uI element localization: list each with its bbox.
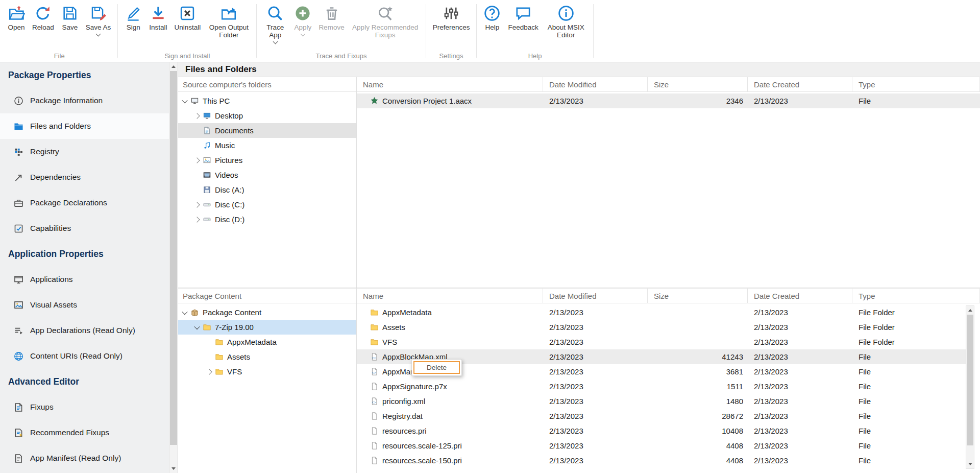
- tree-item-disc-d[interactable]: Disc (D:): [178, 212, 356, 227]
- sidebar-item-recommended-fixups[interactable]: Recommended Fixups: [0, 420, 169, 445]
- scrollbar-track[interactable]: [169, 71, 178, 464]
- tree-item-desktop[interactable]: Desktop: [178, 108, 356, 123]
- tree-item-disc-c[interactable]: Disc (C:): [178, 197, 356, 212]
- tree-item-7-zip-19-00[interactable]: 7-Zip 19.00: [178, 320, 356, 335]
- file-row-conversion-project-1-aacx[interactable]: Conversion Project 1.aacx2/13/202323462/…: [357, 93, 980, 108]
- tree-item-videos[interactable]: Videos: [178, 168, 356, 182]
- delete-menu-item[interactable]: Delete: [413, 361, 460, 374]
- file-row-registry-dat[interactable]: Registry.dat2/13/2023286722/13/2023File: [357, 409, 966, 423]
- save-as-button[interactable]: Save As: [82, 0, 115, 36]
- column-header-date-modified[interactable]: Date Modified: [543, 77, 648, 91]
- column-header-date-created[interactable]: Date Created: [748, 289, 852, 303]
- preferences-button[interactable]: Preferences: [429, 0, 474, 31]
- package-list-scrollbar[interactable]: [966, 305, 974, 469]
- tree-item-appxmetadata[interactable]: AppxMetadata: [178, 335, 356, 349]
- trace-app-button[interactable]: Trace App: [260, 0, 290, 43]
- cell-type: File: [852, 427, 966, 435]
- tree-item-label: 7-Zip 19.00: [215, 323, 254, 332]
- tree-item-disc-a[interactable]: Disc (A:): [178, 182, 356, 197]
- column-header-name[interactable]: Name: [357, 77, 543, 91]
- column-header-date-created[interactable]: Date Created: [748, 77, 852, 91]
- sidebar-item-content-uris-read-only[interactable]: Content URIs (Read Only): [0, 343, 169, 369]
- save-button[interactable]: Save: [58, 0, 82, 31]
- file-name: Registry.dat: [382, 412, 423, 420]
- sidebar-item-app-declarations-read-only[interactable]: App Declarations (Read Only): [0, 318, 169, 343]
- help-button[interactable]: Help: [480, 0, 504, 31]
- cell-type: File: [852, 397, 966, 406]
- file-row-vfs[interactable]: VFS2/13/20232/13/2023File Folder: [357, 335, 966, 349]
- file-row-assets[interactable]: Assets2/13/20232/13/2023File Folder: [357, 320, 966, 335]
- tree-expander-icon[interactable]: [194, 217, 200, 222]
- button-label: Open: [8, 23, 24, 31]
- tree-item-assets[interactable]: Assets: [178, 349, 356, 364]
- tree-expander-icon[interactable]: [194, 157, 200, 163]
- sidebar-item-app-manifest-read-only[interactable]: App Manifest (Read Only): [0, 445, 169, 471]
- sidebar-item-fixups[interactable]: Fixups: [0, 394, 169, 420]
- package-root-icon: [190, 308, 199, 317]
- column-header-name[interactable]: Name: [357, 289, 543, 303]
- scrollbar-thumb[interactable]: [967, 315, 973, 445]
- sidebar-item-capabilities[interactable]: Capabilities: [0, 216, 169, 241]
- uninstall-button[interactable]: Uninstall: [171, 0, 205, 31]
- tree-item-package-content[interactable]: Package Content: [178, 305, 356, 320]
- scroll-down-button[interactable]: [169, 464, 178, 473]
- tree-item-this-pc[interactable]: This PC: [178, 93, 356, 108]
- column-header-type[interactable]: Type: [852, 77, 980, 91]
- tree-item-label: Disc (A:): [215, 185, 244, 194]
- reload-button[interactable]: Reload: [29, 0, 58, 31]
- file-row-appxmetadata[interactable]: AppxMetadata2/13/20232/13/2023File Folde…: [357, 305, 966, 320]
- apply-recommended-fixups-button[interactable]: Apply Recommended Fixups: [348, 0, 423, 39]
- sidebar-item-package-declarations[interactable]: Package Declarations: [0, 190, 169, 216]
- column-header-type[interactable]: Type: [852, 289, 980, 303]
- apply-button[interactable]: Apply: [290, 0, 315, 36]
- sidebar-item-registry[interactable]: Registry: [0, 139, 169, 164]
- scroll-down-button[interactable]: [966, 460, 974, 468]
- button-label: Uninstall: [175, 23, 201, 31]
- scroll-up-button[interactable]: [966, 306, 974, 315]
- scrollbar-thumb[interactable]: [170, 71, 177, 445]
- file-row-resources-scale-125-pri[interactable]: resources.scale-125.pri2/13/202344082/13…: [357, 438, 966, 453]
- open-button[interactable]: Open: [4, 0, 29, 31]
- sidebar-item-files-and-folders[interactable]: Files and Folders: [0, 113, 169, 139]
- file-row-appxsignature-p7x[interactable]: AppxSignature.p7x2/13/202315112/13/2023F…: [357, 379, 966, 394]
- open-output-folder-button[interactable]: Open Output Folder: [204, 0, 253, 39]
- tree-item-label: Documents: [215, 126, 254, 135]
- folder-icon: [370, 323, 379, 332]
- sidebar-item-package-information[interactable]: Package Information: [0, 88, 169, 113]
- sidebar-scrollbar[interactable]: [169, 62, 178, 473]
- scroll-up-button[interactable]: [169, 62, 178, 71]
- install-button[interactable]: Install: [145, 0, 170, 31]
- tree-expander-icon[interactable]: [182, 309, 187, 314]
- sidebar-item-visual-assets[interactable]: Visual Assets: [0, 292, 169, 318]
- tree-expander-icon[interactable]: [194, 113, 200, 119]
- column-header-size[interactable]: Size: [648, 289, 748, 303]
- file-row-resources-pri[interactable]: resources.pri2/13/2023104082/13/2023File: [357, 423, 966, 438]
- tree-expander-icon[interactable]: [194, 323, 200, 329]
- file-row-priconfig-xml[interactable]: priconfig.xml2/13/202314802/13/2023File: [357, 394, 966, 409]
- disc-icon: [203, 215, 211, 224]
- column-header-size[interactable]: Size: [648, 77, 748, 91]
- tree-item-pictures[interactable]: Pictures: [178, 153, 356, 168]
- tree-item-label: Assets: [227, 352, 250, 361]
- tree-item-documents[interactable]: Documents: [178, 123, 356, 138]
- tree-expander-icon[interactable]: [194, 202, 200, 207]
- feedback-button[interactable]: Feedback: [504, 0, 542, 31]
- sign-button[interactable]: Sign: [121, 0, 145, 31]
- tree-expander-icon[interactable]: [206, 369, 212, 374]
- scroll-down-icon: [968, 463, 972, 465]
- tree-item-vfs[interactable]: VFS: [178, 364, 356, 379]
- tree-item-music[interactable]: Music: [178, 138, 356, 153]
- file-row-resources-scale-150-pri[interactable]: resources.scale-150.pri2/13/202344082/13…: [357, 453, 966, 468]
- about-msix-editor-button[interactable]: About MSIX Editor: [542, 0, 590, 39]
- remove-button[interactable]: Remove: [315, 0, 348, 31]
- sidebar-item-dependencies[interactable]: Dependencies: [0, 164, 169, 190]
- cell-name: Registry.dat: [357, 412, 543, 420]
- button-label: Apply Recommended Fixups: [352, 23, 419, 39]
- open-output-folder-icon: [220, 5, 237, 22]
- tree-expander-icon[interactable]: [182, 97, 187, 103]
- cell-date-created: 2/13/2023: [748, 427, 852, 435]
- scrollbar-track[interactable]: [966, 315, 974, 460]
- column-header-date-modified[interactable]: Date Modified: [543, 289, 648, 303]
- sidebar-item-applications[interactable]: Applications: [0, 267, 169, 292]
- button-label: Save As: [86, 23, 111, 31]
